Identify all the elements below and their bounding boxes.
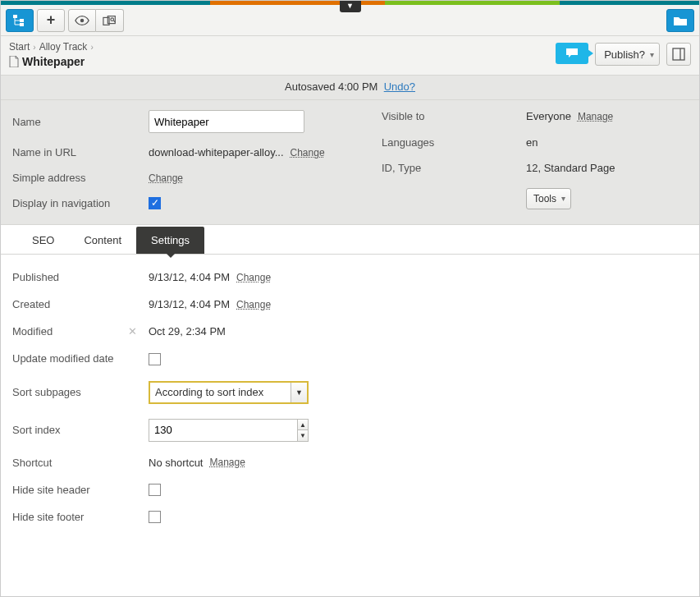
chevron-right-icon: ›	[90, 43, 93, 52]
spinner-down-icon[interactable]: ▼	[298, 430, 308, 441]
undo-link[interactable]: Undo?	[384, 80, 415, 93]
tab-bar: SEO Content Settings	[1, 225, 699, 255]
simple-address-label: Simple address	[12, 172, 144, 184]
idtype-label: ID, Type	[382, 162, 521, 174]
update-modified-checkbox[interactable]	[149, 353, 161, 365]
simple-change-link[interactable]: Change	[149, 172, 183, 184]
languages-value: en	[526, 136, 538, 149]
display-nav-checkbox[interactable]	[149, 197, 161, 209]
visible-label: Visible to	[382, 110, 521, 122]
url-label: Name in URL	[12, 146, 144, 158]
left-panel-toggle-button[interactable]	[6, 9, 34, 32]
hidefooter-label: Hide site footer	[12, 511, 144, 523]
published-change-link[interactable]: Change	[236, 272, 271, 283]
sortidx-input[interactable]	[149, 420, 297, 441]
chevron-down-icon: ▾	[561, 194, 565, 203]
url-value: download-whitepaper-alloy...	[149, 146, 284, 158]
autosave-bar: Autosaved 4:00 PM Undo?	[1, 76, 699, 100]
compare-icon	[103, 14, 117, 27]
sortidx-label: Sort index	[12, 424, 144, 436]
sortidx-spinner[interactable]: ▲ ▼	[149, 419, 309, 442]
visible-manage-link[interactable]: Manage	[578, 111, 613, 122]
hidefooter-checkbox[interactable]	[149, 511, 161, 523]
tree-icon	[12, 14, 27, 27]
eye-icon	[75, 14, 89, 27]
svg-rect-0	[13, 15, 17, 18]
spinner-up-icon[interactable]: ▲	[298, 420, 308, 431]
tab-seo[interactable]: SEO	[17, 227, 69, 254]
url-change-link[interactable]: Change	[291, 147, 325, 158]
svg-rect-8	[673, 48, 684, 60]
tools-dropdown[interactable]: Tools ▾	[526, 188, 571, 209]
file-icon	[9, 56, 19, 67]
autosave-text: Autosaved 4:00 PM	[285, 80, 377, 93]
name-input[interactable]	[149, 110, 304, 133]
view-mode-button[interactable]	[666, 43, 691, 66]
created-change-link[interactable]: Change	[236, 299, 271, 310]
shortcut-label: Shortcut	[12, 457, 144, 469]
tools-label: Tools	[533, 193, 556, 204]
hideheader-checkbox[interactable]	[149, 484, 161, 496]
compare-button[interactable]	[96, 9, 124, 32]
pin-icon: ✕	[128, 325, 137, 338]
chevron-down-icon[interactable]: ▼	[291, 383, 307, 402]
chevron-right-icon: ›	[33, 43, 35, 52]
add-button[interactable]: +	[37, 9, 65, 32]
published-label: Published	[12, 271, 144, 283]
created-value: 9/13/12, 4:04 PM	[149, 298, 230, 310]
breadcrumb-item[interactable]: Start	[9, 41, 30, 53]
published-value: 9/13/12, 4:04 PM	[149, 271, 230, 283]
publish-button[interactable]: Publish? ▾	[595, 43, 660, 66]
properties-panel: Name Name in URL download-whitepaper-all…	[1, 100, 699, 225]
page-header: Start › Alloy Track › Whitepaper Publish…	[1, 36, 699, 76]
languages-label: Languages	[382, 136, 521, 149]
sortsub-value: According to sort index	[150, 386, 291, 398]
layout-icon	[672, 48, 685, 61]
tab-settings[interactable]: Settings	[136, 227, 204, 254]
comments-button[interactable]	[556, 43, 588, 64]
svg-point-3	[80, 18, 85, 22]
idtype-value: 12, Standard Page	[526, 162, 615, 174]
update-modified-label: Update modified date	[12, 352, 144, 366]
folder-icon	[673, 14, 688, 27]
breadcrumb-item[interactable]: Alloy Track	[39, 41, 88, 53]
sortsub-select[interactable]: According to sort index ▼	[149, 381, 309, 404]
breadcrumb: Start › Alloy Track › Whitepaper	[9, 41, 94, 68]
speech-bubble-icon	[565, 48, 579, 59]
visible-value: Everyone	[526, 110, 571, 122]
page-title: Whitepaper	[22, 55, 85, 68]
publish-label: Publish?	[604, 48, 645, 61]
name-label: Name	[12, 116, 144, 128]
display-nav-label: Display in navigation	[12, 197, 144, 209]
tab-content[interactable]: Content	[69, 227, 136, 254]
svg-rect-2	[20, 23, 24, 26]
modified-value: Oct 29, 2:34 PM	[149, 325, 226, 338]
created-label: Created	[12, 298, 144, 310]
right-panel-toggle-button[interactable]	[666, 9, 694, 32]
shortcut-manage-link[interactable]: Manage	[209, 457, 245, 468]
sortsub-label: Sort subpages	[12, 386, 144, 398]
panel-toggle-down-icon[interactable]: ▼	[340, 1, 361, 12]
plus-icon: +	[47, 11, 56, 29]
svg-point-6	[110, 17, 113, 21]
modified-label: Modified	[12, 325, 53, 338]
shortcut-value: No shortcut	[149, 457, 203, 469]
preview-button[interactable]	[68, 9, 96, 32]
chevron-down-icon: ▾	[650, 50, 654, 59]
svg-rect-1	[20, 19, 24, 22]
top-accent-bar: ▼	[1, 1, 699, 5]
hideheader-label: Hide site header	[12, 484, 144, 496]
settings-form: Published 9/13/12, 4:04 PM Change Create…	[1, 255, 699, 540]
